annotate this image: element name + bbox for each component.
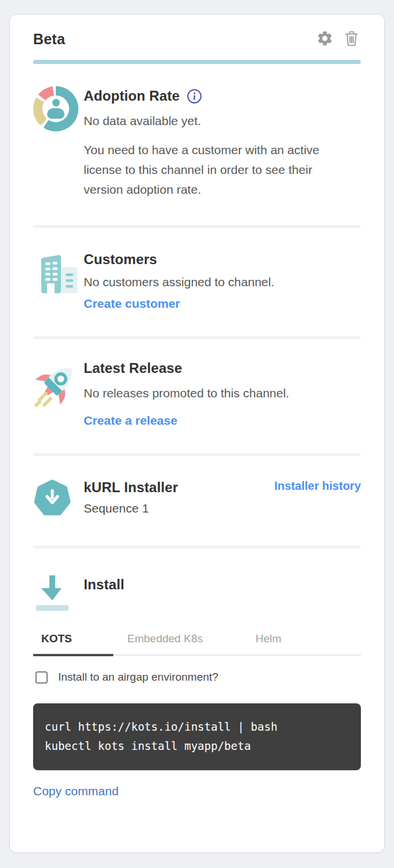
adoption-empty-title: No data available yet. bbox=[84, 111, 361, 131]
adoption-empty-description: You need to have a customer with an acti… bbox=[84, 140, 330, 200]
channel-card: Beta bbox=[9, 14, 385, 853]
kurl-installer-title: kURL Installer bbox=[84, 479, 178, 496]
latest-release-title: Latest Release bbox=[84, 360, 182, 376]
section-divider bbox=[33, 225, 361, 228]
header-actions bbox=[316, 30, 361, 48]
kurl-heptagon-download-icon bbox=[33, 510, 71, 520]
install-command-block: curl https://kots.io/install | bash kube… bbox=[33, 703, 361, 770]
trash-icon bbox=[343, 30, 360, 49]
create-release-link[interactable]: Create a release bbox=[84, 414, 177, 428]
tab-embedded-k8s[interactable]: Embedded K8s bbox=[113, 632, 217, 654]
airgap-row: Install to an airgap environment? bbox=[33, 671, 361, 684]
customers-icon-col bbox=[33, 251, 84, 311]
latest-release-icon-col bbox=[33, 360, 84, 428]
settings-button[interactable] bbox=[316, 30, 334, 48]
section-divider bbox=[33, 453, 361, 456]
channel-accent-bar bbox=[33, 60, 361, 64]
install-tabs: KOTS Embedded K8s Helm bbox=[33, 632, 361, 656]
delete-channel-button[interactable] bbox=[342, 30, 361, 48]
install-section: Install bbox=[33, 572, 361, 615]
section-divider bbox=[33, 546, 361, 549]
tab-helm[interactable]: Helm bbox=[217, 632, 320, 654]
airgap-label[interactable]: Install to an airgap environment? bbox=[58, 671, 219, 684]
customers-title: Customers bbox=[84, 251, 157, 268]
kurl-icon-col bbox=[33, 479, 84, 520]
latest-release-section: Latest Release No releases promoted to t… bbox=[33, 360, 361, 428]
download-icon bbox=[33, 604, 71, 614]
rocket-icon bbox=[33, 401, 82, 411]
buildings-icon bbox=[33, 289, 80, 298]
create-customer-link[interactable]: Create customer bbox=[84, 297, 180, 311]
adoption-rate-section: Adoption Rate No data available yet. You… bbox=[33, 87, 361, 200]
copy-command-link[interactable]: Copy command bbox=[33, 784, 119, 798]
customers-empty-text: No customers assigned to channel. bbox=[84, 272, 361, 292]
install-title: Install bbox=[84, 577, 124, 593]
channel-title: Beta bbox=[33, 31, 65, 48]
airgap-checkbox[interactable] bbox=[35, 671, 48, 684]
install-command-line: curl https://kots.io/install | bash bbox=[45, 717, 349, 737]
install-icon-col bbox=[33, 572, 84, 615]
section-divider bbox=[33, 336, 361, 339]
latest-release-empty-text: No releases promoted to this channel. bbox=[84, 383, 361, 403]
adoption-rate-title: Adoption Rate bbox=[84, 88, 180, 104]
kurl-installer-section: kURL Installer Installer history Sequenc… bbox=[33, 479, 361, 520]
gear-icon bbox=[316, 30, 334, 49]
info-icon[interactable] bbox=[187, 88, 202, 104]
install-command-line: kubectl kots install myapp/beta bbox=[45, 737, 349, 756]
customers-section: Customers No customers assigned to chann… bbox=[33, 251, 361, 311]
kurl-sequence-label: Sequence 1 bbox=[84, 501, 361, 515]
installer-history-link[interactable]: Installer history bbox=[274, 479, 361, 493]
tab-kots[interactable]: KOTS bbox=[33, 632, 113, 654]
card-header: Beta bbox=[33, 30, 361, 48]
adoption-donut-icon bbox=[33, 86, 78, 131]
adoption-rate-icon-col bbox=[33, 87, 84, 200]
